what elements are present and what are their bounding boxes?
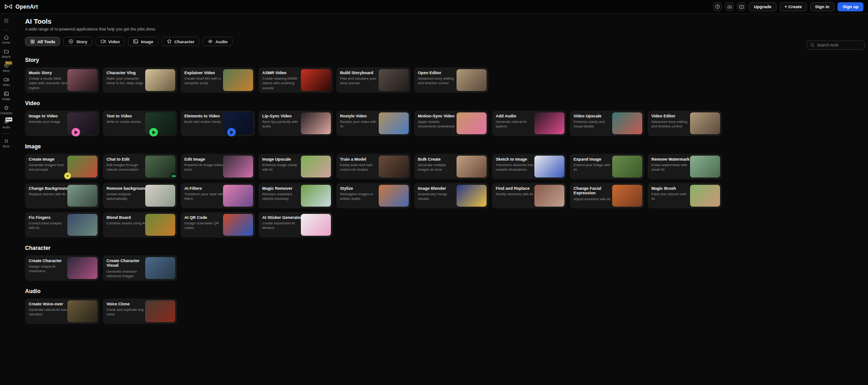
tool-title: Create Character Visual	[107, 258, 147, 268]
search-box	[807, 41, 865, 50]
tool-card-create-character-visual[interactable]: Create Character Visual Generate charact…	[103, 255, 177, 281]
sidebar-item-story[interactable]: Story Beta	[0, 63, 12, 72]
tool-card-stylize[interactable]: Stylize Reimagine images in artistic sty…	[336, 183, 411, 208]
sidebar-item-character[interactable]: Character	[0, 105, 12, 115]
search-input[interactable]	[817, 43, 861, 47]
tool-card-change-background[interactable]: Change Background Replace scenes with AI…	[25, 183, 99, 208]
filter-tab-character[interactable]: Character	[162, 37, 199, 46]
tool-card-magic-brush[interactable]: Magic Brush Paint and retouch with AI.	[648, 183, 722, 208]
tool-thumbnail	[301, 156, 331, 177]
section-character: Character Create Character Design unique…	[25, 245, 868, 281]
tool-title: Image to Video	[29, 114, 70, 118]
tool-card-image-blender[interactable]: Image Blender Seamlessly merge visuals.	[414, 183, 488, 208]
tool-card-build-storyboard[interactable]: Build Storyboard Plan and visualize your…	[336, 67, 411, 93]
sidebar-item-more[interactable]: More	[0, 138, 12, 148]
tool-thumbnail	[457, 112, 487, 134]
tool-card-find-and-replace[interactable]: Find and Replace Modify elements with AI…	[492, 183, 566, 208]
tool-title: AI Sticker Generator	[262, 215, 303, 220]
tool-card-create-image[interactable]: Create Image Generate images from text p…	[25, 154, 99, 179]
section-title: Audio	[25, 288, 868, 294]
tool-card-image-to-video[interactable]: Image to Video Animate your image	[25, 111, 99, 136]
filter-tab-story[interactable]: Story	[63, 37, 92, 46]
tool-description: Make your character shine in fun, daily …	[107, 76, 147, 86]
tool-card-ai-sticker-generator[interactable]: AI Sticker Generator Create expressive A…	[259, 212, 333, 238]
tool-title: Edit Image	[184, 157, 225, 162]
tool-card-asmr-video[interactable]: ASMR Video Create relaxing ASMR videos w…	[259, 67, 333, 93]
tool-card-music-story[interactable]: Music Story Create a music-filled video …	[25, 67, 99, 93]
header-button-create[interactable]: + Create	[780, 2, 807, 11]
tool-title: Remove Watermark	[651, 157, 692, 162]
tool-thumbnail	[457, 185, 487, 207]
tool-card-text-to-video[interactable]: Text to Video Write to create stories	[103, 111, 177, 136]
tool-thumbnail	[67, 185, 97, 207]
tool-description: Correct hand shapes with AI.	[29, 221, 69, 230]
tool-card-create-voice-over[interactable]: Create Voice-over Generate natural AI vo…	[25, 299, 99, 324]
tool-title: ASMR Video	[262, 71, 303, 75]
tool-card-explainer-video[interactable]: Explainer Video Create short film with a…	[181, 67, 255, 93]
tool-thumbnail	[379, 156, 409, 177]
tutorials-icon[interactable]	[737, 2, 746, 11]
tool-card-lip-sync-video[interactable]: Lip-Sync Video Sync lips perfectly with …	[259, 111, 333, 136]
tool-card-restyle-video[interactable]: Restyle Video Restyle your video with AI	[336, 111, 411, 136]
tool-card-edit-image[interactable]: Edit Image Powerful AI image editing too…	[181, 154, 255, 179]
filter-tab-all-tools[interactable]: All Tools	[25, 37, 60, 46]
tool-card-remove-background[interactable]: Remove background Isolate subjects autom…	[103, 183, 177, 208]
openart-logo-icon	[5, 4, 12, 10]
tool-card-ai-qr-code[interactable]: AI QR Code Design scannable QR codes.	[181, 212, 255, 238]
tool-card-video-upscale[interactable]: Video Upscale Enhance clarity and visual…	[570, 111, 644, 136]
filter-tab-video[interactable]: Video	[96, 37, 125, 46]
tool-card-image-upscale[interactable]: Image Upscale Enhance image clarity with…	[259, 154, 333, 179]
sidebar-badge-beta: Beta	[5, 61, 12, 65]
tool-card-open-editor[interactable]: Open Editor Advanced story editing and t…	[414, 67, 488, 93]
tool-card-elements-to-video[interactable]: Elements to Video Build with motion free…	[181, 111, 255, 136]
sidebar-item-assets[interactable]: Assets	[0, 49, 12, 58]
collapse-sidebar-icon[interactable]	[3, 17, 9, 25]
tool-card-character-vlog[interactable]: Character Vlog Make your character shine…	[103, 67, 177, 93]
tool-card-bulk-create[interactable]: Bulk Create Generate multiple images at …	[414, 154, 488, 179]
tool-description: Design unique AI characters	[29, 264, 69, 274]
help-icon[interactable]	[713, 2, 722, 11]
tool-card-voice-clone[interactable]: Voice Clone Clone and replicate any voic…	[103, 299, 177, 324]
tool-thumbnail	[145, 69, 175, 91]
filter-tab-audio[interactable]: Audio	[203, 37, 233, 46]
tool-card-chat-to-edit[interactable]: Chat to Edit Edit images through natural…	[103, 154, 177, 179]
sidebar-item-audio[interactable]: Audio New	[0, 119, 12, 129]
header-button-sign-up[interactable]: Sign up	[838, 2, 863, 11]
tool-card-ai-filters[interactable]: AI Filters Transform your style with fil…	[181, 183, 255, 208]
folder-icon	[4, 49, 9, 54]
tool-card-create-character[interactable]: Create Character Design unique AI charac…	[25, 255, 99, 281]
tool-card-magic-remover[interactable]: Magic Remover Remove unwanted objects pr…	[259, 183, 333, 208]
sidebar-item-video[interactable]: Video	[0, 77, 12, 86]
sidebar-item-home[interactable]: Home	[0, 35, 12, 44]
tool-description: Powerful AI image editing tools	[184, 163, 224, 172]
more-icon	[4, 138, 9, 144]
tool-thumbnail	[301, 69, 331, 91]
tool-card-sketch-to-image[interactable]: Sketch to Image Transform sketches into …	[492, 154, 566, 179]
sidebar-item-image[interactable]: Image	[0, 91, 12, 101]
tool-card-change-facial-expression[interactable]: Change Facial Expression Adjust emotions…	[570, 183, 644, 208]
tool-title: Image Blender	[418, 186, 459, 191]
tool-card-add-audio[interactable]: Add Audio Generate natural AI speech	[492, 111, 566, 136]
tool-card-expand-image[interactable]: Expand Image Extend your image with AI.	[570, 154, 644, 179]
filter-tab-image[interactable]: Image	[128, 37, 158, 46]
card-grid: Music Story Create a music-filled video …	[25, 67, 722, 93]
header-button-sign-in[interactable]: Sign in	[810, 2, 835, 11]
filter-label: Story	[76, 39, 87, 44]
header-button-upgrade[interactable]: Upgrade	[749, 2, 777, 11]
tool-title: Video Upscale	[574, 114, 614, 118]
discord-icon[interactable]	[725, 2, 734, 11]
logo[interactable]: OpenArt	[5, 4, 38, 10]
tool-card-video-editor[interactable]: Video Editor Advanced story editing and …	[648, 111, 722, 136]
tool-title: Explainer Video	[184, 71, 225, 75]
tool-thumbnail	[379, 69, 409, 91]
tool-description: Create short film with a complete script	[184, 76, 224, 86]
tool-card-remove-watermark[interactable]: Remove Watermark Erase watermarks with s…	[648, 154, 722, 179]
tool-card-train-a-model[interactable]: Train a Model Easily build and train cus…	[336, 154, 411, 179]
tool-thumbnail	[690, 112, 720, 134]
tool-card-fix-fingers[interactable]: Fix Fingers Correct hand shapes with AI.	[25, 212, 99, 238]
tool-title: Video Editor	[651, 114, 692, 118]
tool-card-motion-sync-video[interactable]: Motion-Sync Video Apply realistic moveme…	[414, 111, 488, 136]
header-buttons: Upgrade+ CreateSign inSign up	[749, 2, 863, 11]
tool-thumbnail	[67, 300, 97, 322]
tool-card-blend-board[interactable]: Blend Board Combine assets using AI.	[103, 212, 177, 238]
